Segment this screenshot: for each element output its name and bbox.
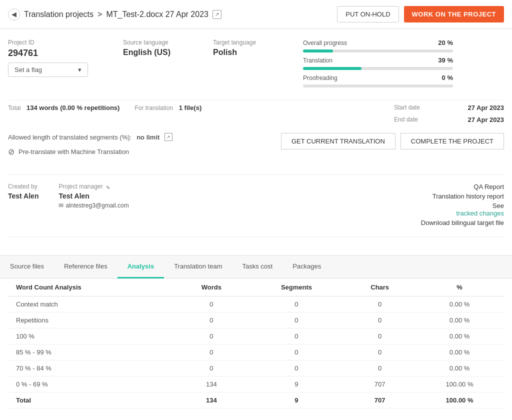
col-chars: Chars <box>344 278 415 296</box>
get-translation-button[interactable]: GET CURRENT TRANSLATION <box>281 133 396 150</box>
tab-packages[interactable]: Packages <box>282 256 331 278</box>
download-bilingual-link[interactable]: Download bilingual target file <box>421 219 504 226</box>
tracked-changes-row: See tracked changes <box>421 202 504 217</box>
row-chars: 0 <box>344 312 415 328</box>
pm-name: Test Alen <box>58 192 128 200</box>
row-chars: 0 <box>344 360 415 376</box>
main-content: Project ID 294761 Set a flag ▾ Source la… <box>0 29 512 255</box>
seg-length-value: no limit <box>136 134 160 141</box>
tab-translation-team[interactable]: Translation team <box>164 256 232 278</box>
pm-edit-icon[interactable]: ✎ <box>106 185 110 190</box>
row-words: 134 <box>174 392 248 408</box>
row-segments: 9 <box>248 392 345 408</box>
created-by-label: Created by <box>8 183 38 190</box>
breadcrumb-projects-link[interactable]: Translation projects <box>24 10 94 19</box>
table-header-row: Word Count Analysis Words Segments Chars… <box>8 278 504 296</box>
divider-1 <box>8 174 504 175</box>
row-words: 134 <box>174 376 248 392</box>
pm-email-row: ✉ alntestreg3@gmail.com <box>58 202 128 209</box>
pm-email: alntestreg3@gmail.com <box>66 202 128 209</box>
tab-analysis[interactable]: Analysis <box>118 256 164 278</box>
tab-reference-files[interactable]: Reference files <box>54 256 118 278</box>
proofreading-progress-row: Proofreading 0 % <box>303 74 453 82</box>
action-buttons: GET CURRENT TRANSLATION COMPLETE THE PRO… <box>281 133 504 150</box>
row-pct: 0.00 % <box>415 312 504 328</box>
col-word-count: Word Count Analysis <box>8 278 174 296</box>
tabs-section: Source files Reference files Analysis Tr… <box>0 255 512 408</box>
col-words: Words <box>174 278 248 296</box>
row-label: Total <box>8 392 174 408</box>
col-segments: Segments <box>248 278 345 296</box>
breadcrumb-separator: > <box>98 10 102 19</box>
translation-label: Translation <box>303 57 332 64</box>
overall-progress-bar-bg <box>303 50 453 52</box>
tab-source-files[interactable]: Source files <box>0 256 54 278</box>
overall-progress-bar-fill <box>303 50 333 52</box>
work-on-project-button[interactable]: WORK ON THE PROJECT <box>404 6 504 22</box>
external-link-icon[interactable]: ↗ <box>212 10 222 19</box>
translation-progress-bar-fill <box>303 67 362 70</box>
spacer <box>216 104 379 125</box>
analysis-table: Word Count Analysis Words Segments Chars… <box>8 278 504 408</box>
total-stat: Total 134 words (0.00 % repetitions) <box>8 104 120 125</box>
proofreading-label: Proofreading <box>303 74 338 82</box>
table-row: Repetitions 0 0 0 0.00 % <box>8 312 504 328</box>
start-date-value: 27 Apr 2023 <box>468 104 504 113</box>
pretranslate-label: Pre-translate with Machine Translation <box>18 148 129 156</box>
put-on-hold-button[interactable]: PUT ON-HOLD <box>337 6 398 22</box>
segment-section: Allowed length of translated segments (%… <box>8 133 172 166</box>
row-pct: 100.00 % <box>415 392 504 408</box>
qa-report-link[interactable]: QA Report <box>421 183 504 190</box>
flag-dropdown[interactable]: Set a flag ▾ <box>8 62 88 77</box>
tab-tasks-cost[interactable]: Tasks cost <box>232 256 282 278</box>
proofreading-progress-bar-bg <box>303 84 453 88</box>
row-segments: 9 <box>248 376 345 392</box>
table-row: 70 % - 84 % 0 0 0 0.00 % <box>8 360 504 376</box>
dates-section: Start date 27 Apr 2023 End date 27 Apr 2… <box>394 104 504 125</box>
for-translation-stat: For translation 1 file(s) <box>134 104 202 125</box>
row-segments: 0 <box>248 344 345 360</box>
for-translation-label: For translation <box>134 104 173 112</box>
end-date-label: End date <box>394 116 418 123</box>
end-date-value: 27 Apr 2023 <box>468 116 504 125</box>
target-lang-label: Target language <box>213 39 288 46</box>
row-pct: 100.00 % <box>415 376 504 392</box>
back-button[interactable]: ◀ <box>8 8 20 20</box>
complete-project-button[interactable]: COMPLETE THE PROJECT <box>400 133 504 150</box>
table-container: Word Count Analysis Words Segments Chars… <box>0 278 512 408</box>
flag-placeholder: Set a flag <box>14 66 42 74</box>
people-spacer <box>149 183 401 228</box>
email-icon: ✉ <box>58 202 64 209</box>
project-id-section: Project ID 294761 Set a flag ▾ <box>8 39 108 92</box>
created-by-name: Test Alen <box>8 192 38 200</box>
seg-length-label: Allowed length of translated segments (%… <box>8 134 132 141</box>
stats-dates-row: Total 134 words (0.00 % repetitions) For… <box>8 100 504 125</box>
segment-length-row: Allowed length of translated segments (%… <box>8 133 172 141</box>
row-label: Context match <box>8 296 174 312</box>
row-segments: 0 <box>248 328 345 344</box>
table-row: 0 % - 69 % 134 9 707 100.00 % <box>8 376 504 392</box>
translation-pct: 39 % <box>438 56 453 64</box>
segment-actions-row: Allowed length of translated segments (%… <box>8 133 504 166</box>
row-chars: 0 <box>344 328 415 344</box>
end-date-row: End date 27 Apr 2023 <box>394 116 504 125</box>
source-language-section: Source language English (US) <box>123 39 198 92</box>
col-pct: % <box>415 278 504 296</box>
row-label: Repetitions <box>8 312 174 328</box>
translation-progress-row: Translation 39 % <box>303 56 453 64</box>
row-label: 100 % <box>8 328 174 344</box>
history-report-link[interactable]: Translation history report <box>421 192 504 200</box>
total-label: Total <box>8 104 20 112</box>
overall-label: Overall progress <box>303 40 347 46</box>
row-chars: 0 <box>344 296 415 312</box>
edit-seg-limit-icon[interactable]: ↗ <box>164 133 172 141</box>
row-words: 0 <box>174 312 248 328</box>
target-language-section: Target language Polish <box>213 39 288 92</box>
row-words: 0 <box>174 296 248 312</box>
row-pct: 0.00 % <box>415 344 504 360</box>
dropdown-arrow-icon: ▾ <box>78 66 82 74</box>
table-body: Context match 0 0 0 0.00 % Repetitions 0… <box>8 296 504 408</box>
tracked-changes-link[interactable]: tracked changes <box>421 210 504 217</box>
project-id-value: 294761 <box>8 48 108 58</box>
row-segments: 0 <box>248 312 345 328</box>
